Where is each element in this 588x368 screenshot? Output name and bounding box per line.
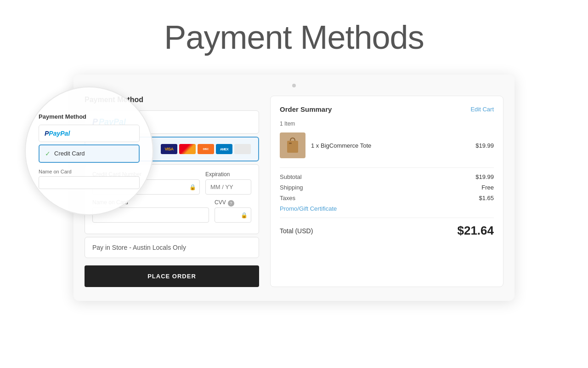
pay-in-store-label: Pay in Store - Austin Locals Only [92,244,186,251]
cvv-label: CVV [215,199,226,206]
summary-divider [280,167,494,168]
magnify-section-title: Payment Method [39,113,140,120]
order-summary-panel: Order Summary Edit Cart 1 Item 1 x BigCo… [270,96,503,287]
magnify-paypal-label: PPayPal [45,130,70,137]
browser-content: Payment Method PPayPal ✓ Credit Card Nam… [85,96,503,287]
cvv-input-wrapper: 🔒 [215,207,251,223]
cvv-lock-icon: 🔒 [241,212,248,218]
total-label: Total (USD) [280,227,313,235]
promo-gift-certificate-link[interactable]: Promo/Gift Certificate [280,205,494,212]
subtotal-label: Subtotal [280,173,302,180]
browser-dot [292,84,296,87]
magnify-name-on-card-label: Name on Card [39,169,140,174]
visa-icon: VISA [161,144,177,154]
magnify-name-input[interactable] [39,176,140,189]
subtotal-value: $19.99 [475,173,494,180]
cvv-label-row: CVV ? [215,199,251,207]
magnify-circle: Payment Method PPayPal ✓ Credit Card Nam… [25,86,153,215]
pay-in-store-option[interactable]: Pay in Store - Austin Locals Only [85,237,259,258]
magnify-checkmark-icon: ✓ [45,150,51,157]
expiration-input[interactable] [205,179,251,195]
page-title: Payment Methods [164,18,424,56]
mastercard-icon [179,144,196,154]
order-item: 1 x BigCommerce Tote $19.99 [280,132,494,158]
expiration-label: Expiration [205,171,251,178]
magnify-credit-card-option[interactable]: ✓ Credit Card [39,144,140,163]
product-price: $19.99 [475,142,494,149]
other-card-icon [234,144,251,154]
shipping-row: Shipping Free [280,184,494,191]
taxes-row: Taxes $1.65 [280,195,494,201]
subtotal-row: Subtotal $19.99 [280,173,494,180]
total-row: Total (USD) $21.64 [280,224,494,238]
order-summary-header: Order Summary Edit Cart [280,105,494,113]
discover-icon: DISC [198,144,214,154]
edit-cart-link[interactable]: Edit Cart [470,106,494,113]
svg-rect-1 [289,143,292,144]
product-name: 1 x BigCommerce Tote [311,142,470,149]
amex-icon: AMEX [216,144,232,154]
item-count: 1 Item [280,121,494,127]
order-summary-title: Order Summary [280,105,332,113]
taxes-value: $1.65 [479,195,494,201]
left-panel: Payment Method PPayPal ✓ Credit Card Nam… [85,96,259,287]
total-divider [280,218,494,218]
expiration-group: Expiration [205,171,251,195]
svg-rect-0 [287,141,298,153]
taxes-label: Taxes [280,195,295,201]
product-image [280,132,305,158]
browser-top-bar [85,84,503,87]
card-number-lock-icon: 🔒 [189,184,196,190]
place-order-button[interactable]: PLACE ORDER [85,265,259,287]
magnify-paypal-option[interactable]: PPayPal [39,125,140,142]
magnify-credit-card-label: Credit Card [54,150,85,157]
total-amount: $21.64 [457,224,494,238]
cvv-group: CVV ? 🔒 [215,199,251,223]
card-icons: VISA DISC AMEX [161,144,251,154]
cvv-help-icon[interactable]: ? [228,200,234,207]
shipping-value: Free [481,184,494,191]
browser-window: Payment Method PPayPal ✓ Credit Card Nam… [74,75,514,301]
shipping-label: Shipping [280,184,303,191]
